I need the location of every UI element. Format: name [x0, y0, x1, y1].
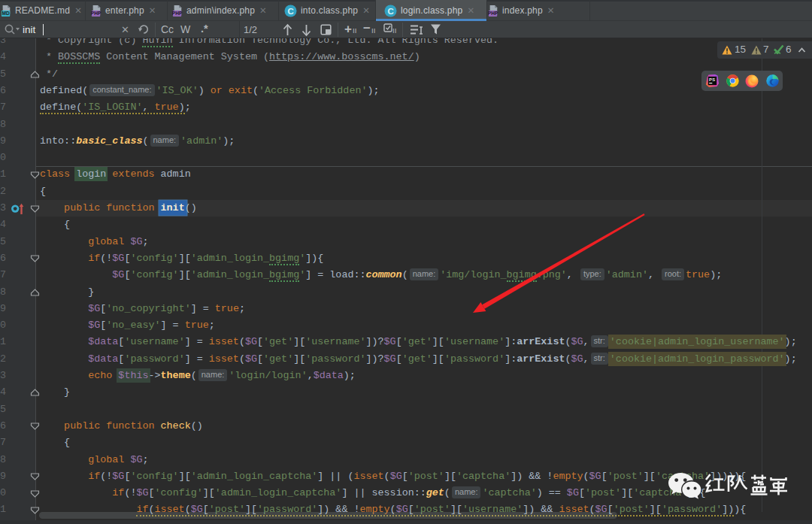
svg-text:PS: PS — [709, 77, 715, 82]
svg-text:MD: MD — [2, 11, 9, 16]
svg-text:PHP: PHP — [91, 11, 102, 16]
svg-text:PHP: PHP — [488, 11, 498, 16]
svg-text:C: C — [388, 6, 394, 15]
svg-text:C: C — [288, 6, 294, 15]
svg-text:PHP: PHP — [172, 11, 183, 16]
